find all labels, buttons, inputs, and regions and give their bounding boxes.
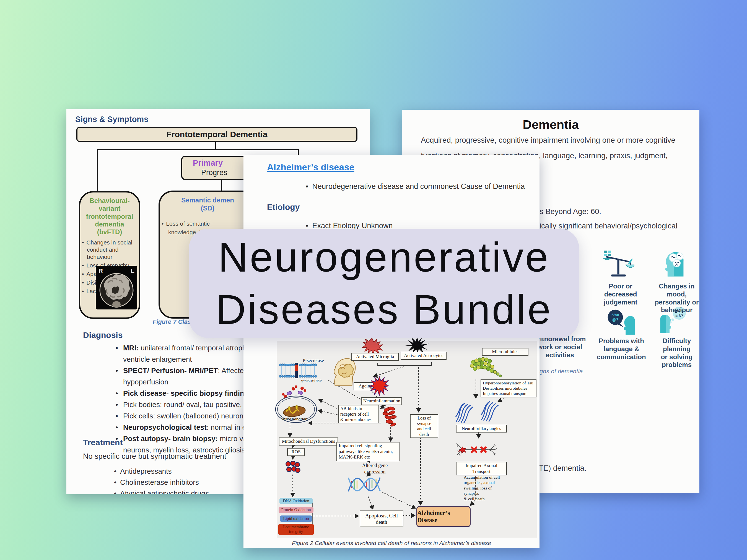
- sign-label-judgement: Poor or decreased judgement: [592, 282, 650, 306]
- lost-membrane-integrity-box: Lost membrane integrity: [278, 524, 314, 535]
- bullet-dot: •: [114, 389, 120, 397]
- item-text: ventricle enlargement: [123, 355, 192, 364]
- treatment-heading: Treatment: [83, 438, 123, 447]
- label-line: language &: [594, 345, 649, 353]
- ab-binds-box: AB-binds to receptors of cell & mt-membr…: [338, 405, 379, 423]
- list-item: •Antidepressants: [114, 467, 209, 475]
- ros-box: ROS: [287, 448, 305, 456]
- label-line: behaviour: [649, 306, 699, 314]
- label-line: pathways like wnt/ß-catenin,: [339, 449, 397, 455]
- bullet-dot: •: [114, 489, 117, 494]
- item-text: hypoperfusion: [123, 378, 168, 386]
- cell-membrane-icon: [279, 363, 318, 378]
- activated-microglia-icon: [360, 338, 385, 354]
- sd-subtitle: (SD): [160, 204, 255, 212]
- loss-of-synapse-box: Loss of synapse and cell death: [410, 414, 438, 438]
- sd-title: Semantic demen: [160, 192, 255, 204]
- label-line: Loss of synapse: [412, 416, 436, 426]
- speech-bubble-head-icon: 5%# @?: [606, 308, 637, 335]
- label-line: or solving: [649, 353, 699, 361]
- bundle-title-card: Neurogenerative Diseases Bundle: [189, 229, 579, 338]
- dna-oxidation-box: DNA Oxidation: [279, 498, 313, 504]
- treatment-intro: No specific cure but symptomatic treatme…: [83, 452, 226, 461]
- item-text: Cholinesterase inhibitors: [120, 478, 199, 486]
- label-line: judgement: [592, 298, 650, 306]
- mri-left-marker: L: [131, 267, 134, 274]
- list-item: •Atypical antipsychotic drugs: [114, 489, 209, 494]
- diagnosis-heading: Diagnosis: [83, 330, 123, 340]
- activated-astrocytes-box: Activated Astrocytes: [401, 352, 446, 360]
- beta-secretase-label: ß-secretase: [303, 358, 324, 364]
- label-line: Problems with: [594, 337, 649, 345]
- treatment-list: •Antidepressants •Cholinesterase inhibit…: [114, 467, 209, 494]
- neuroinflammation-box: Neuroinflammation: [361, 397, 402, 405]
- impaired-signaling-box: Impaired cell signaling pathways like wn…: [336, 442, 400, 461]
- item-text: Antidepressants: [120, 467, 172, 475]
- label-line: & cell death: [464, 496, 505, 501]
- bullet-dot: [114, 355, 120, 364]
- middle-document-page: Alzheimer’s disease •Neurodegenerative d…: [243, 155, 540, 548]
- bullet-dot: •: [114, 423, 120, 431]
- accumulation-text: Accumulation of cell organelles, axonal …: [464, 475, 505, 501]
- label-line: Impaired cell signaling: [339, 443, 397, 449]
- sign-label-withdrawal: Withdrawal from work or social activitie…: [532, 335, 588, 359]
- list-item: Changes in social conduct and behaviour: [87, 239, 139, 261]
- bubble-text-line1: 5%#: [612, 313, 619, 317]
- item-text: Atypical antipsychotic drugs: [120, 489, 209, 494]
- microtubule-helix-icon: [465, 357, 512, 378]
- bullet-dot: •: [114, 367, 120, 375]
- label-line: Impaires axonal transport: [483, 391, 534, 396]
- flow-root-box: Frontotemporal Dementia: [76, 127, 357, 142]
- bold-lead: Neuropsychological test: [123, 423, 207, 431]
- label-line: Lost membrane: [279, 525, 313, 529]
- ppa-line1: Primary: [193, 158, 223, 167]
- label-line: work or social: [532, 343, 588, 351]
- label-line: Poor or decreased: [592, 282, 650, 298]
- ros-molecules-icon: [284, 460, 301, 474]
- label-line: AB-binds to: [340, 406, 377, 411]
- signs-symptoms-heading: Signs & Symptoms: [75, 115, 148, 124]
- label-line: Altered gene: [360, 462, 390, 469]
- label-line: receptors of cell: [340, 411, 377, 417]
- mood-change-head-icon: [658, 248, 690, 277]
- dementia-paragraph-line1: Acquired, progressive, cognitive impairm…: [421, 136, 675, 144]
- neuroinflammation-starburst-icon: [369, 376, 389, 396]
- label-line: MAPK-ERK etc: [339, 454, 397, 460]
- bullet-dot: •: [114, 412, 120, 420]
- balance-scale-icon: [602, 249, 635, 278]
- signs-caption-fragment: gns of dementia: [540, 368, 583, 375]
- flow-connector: [97, 149, 299, 150]
- flow-connector: [97, 149, 98, 192]
- alzheimers-disease-box: Alzheimer’s Disease: [416, 506, 471, 527]
- protein-oxidation-box: Protein Oxidation: [279, 507, 313, 513]
- bullet-dot: •: [114, 478, 117, 486]
- list-item: Loss of semantic: [166, 220, 255, 227]
- label-line: integrity: [279, 529, 313, 534]
- bullet-dot: •: [306, 182, 308, 191]
- mitochondrion-icon: Mitochondrion: [275, 385, 319, 424]
- label-line: Hyperphosphorylation of Tau: [483, 380, 534, 386]
- sign-label-mood: Changes in mood, personality or behaviou…: [649, 282, 699, 314]
- damaged-neuron-icon: [455, 438, 501, 460]
- text-fragment-age: s Beyond Age: 60.: [540, 207, 601, 216]
- bullet-dot: •: [114, 344, 120, 352]
- label-line: Changes in mood,: [649, 282, 699, 298]
- label-line: Destabilizes microtubules: [483, 386, 534, 391]
- bold-lead: MRI:: [123, 344, 138, 352]
- activated-astrocytes-icon: [405, 337, 430, 353]
- item-text: Pick bodies: round/ oval, tau positive, …: [123, 400, 258, 409]
- dementia-title: Dementia: [402, 117, 699, 132]
- label-line: communication: [594, 353, 649, 361]
- ppa-line2: Progres: [201, 168, 227, 177]
- bubble-text-line2: @?: [612, 318, 618, 322]
- label-line: activities: [532, 351, 588, 359]
- label-line: & mt-membranes: [340, 417, 377, 422]
- gamma-secretase-label: γ-secretase: [301, 378, 322, 383]
- bundle-title-line2: Diseases Bundle: [216, 284, 552, 336]
- item-text: Pick cells: swollen (ballooned) neurons: [123, 412, 247, 420]
- bullet-dot: •: [114, 400, 120, 409]
- label-line: organelles, axonal: [464, 480, 505, 485]
- activated-microglia-box: Activated Microglia: [351, 353, 399, 361]
- bold-lead: SPECT/ Perfusion- MRI/PET: [123, 367, 218, 375]
- sd-bullet-list: Loss of semantic: [160, 220, 255, 227]
